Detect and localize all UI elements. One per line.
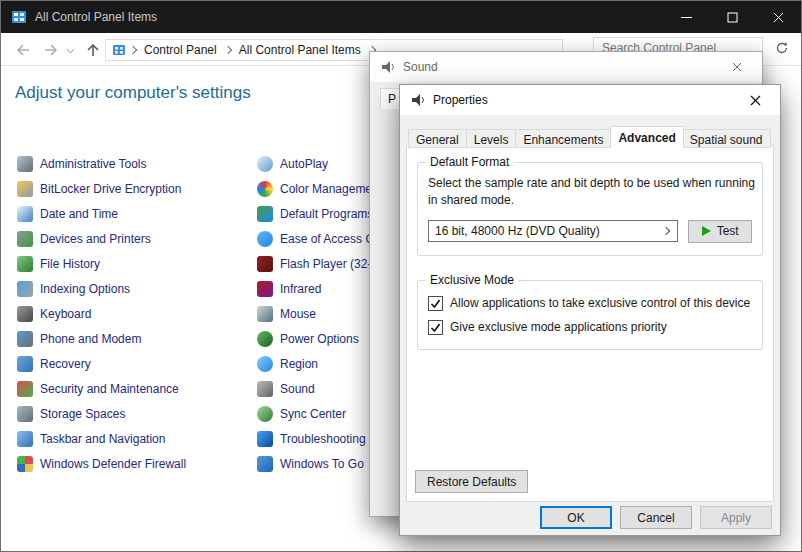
tab-spatial-sound[interactable]: Spatial sound — [683, 129, 771, 148]
up-icon — [85, 42, 101, 58]
list-item[interactable]: Security and Maintenance — [17, 376, 186, 401]
dialog-buttons: OK Cancel Apply — [540, 506, 772, 529]
close-button[interactable] — [722, 52, 752, 82]
windows-to-go-icon — [257, 456, 273, 472]
group-label: Default Format — [426, 155, 513, 169]
breadcrumb-control-panel[interactable]: Control Panel — [138, 43, 223, 57]
administrative-tools-icon — [17, 156, 33, 172]
close-button[interactable] — [755, 1, 801, 33]
chevron-down-icon — [66, 46, 75, 55]
close-button[interactable] — [740, 85, 770, 115]
ease-of-access-icon — [257, 231, 273, 247]
list-item[interactable]: Windows Defender Firewall — [17, 451, 186, 476]
sample-rate-dropdown[interactable]: 16 bit, 48000 Hz (DVD Quality) — [428, 220, 678, 242]
tab-general[interactable]: General — [408, 129, 467, 148]
minimize-icon — [681, 12, 692, 23]
defender-firewall-icon — [17, 456, 33, 472]
advanced-tab-page: Default Format Select the sample rate an… — [406, 145, 774, 502]
checkbox-checked-icon[interactable] — [428, 296, 443, 311]
dropdown-value: 16 bit, 48000 Hz (DVD Quality) — [435, 224, 600, 238]
dialog-title: Properties — [433, 93, 488, 107]
devices-printers-icon — [17, 231, 33, 247]
troubleshooting-icon — [257, 431, 273, 447]
tab-enhancements[interactable]: Enhancements — [516, 129, 611, 148]
list-item[interactable]: Taskbar and Navigation — [17, 426, 186, 451]
exclusive-control-checkbox[interactable]: Allow applications to take exclusive con… — [428, 296, 752, 311]
control-panel-window: All Control Panel Items Control Panel — [0, 0, 802, 552]
maximize-icon — [727, 12, 738, 23]
control-panel-icon — [11, 9, 27, 25]
dialog-title: Sound — [403, 60, 438, 74]
refresh-icon — [775, 41, 789, 55]
speaker-icon — [410, 92, 426, 108]
ok-button[interactable]: OK — [540, 506, 612, 529]
list-item[interactable]: Keyboard — [17, 301, 186, 326]
maximize-button[interactable] — [709, 1, 755, 33]
back-icon — [15, 42, 31, 58]
power-options-icon — [257, 331, 273, 347]
refresh-button[interactable] — [769, 37, 795, 59]
storage-spaces-icon — [17, 406, 33, 422]
breadcrumb-separator-icon — [223, 46, 231, 54]
phone-modem-icon — [17, 331, 33, 347]
list-item[interactable]: File History — [17, 251, 186, 276]
checkbox-checked-icon[interactable] — [428, 320, 443, 335]
exclusive-mode-group: Exclusive Mode Allow applications to tak… — [417, 280, 763, 350]
list-item[interactable]: Storage Spaces — [17, 401, 186, 426]
bitlocker-icon — [17, 181, 33, 197]
apply-button[interactable]: Apply — [700, 506, 772, 529]
group-label: Exclusive Mode — [426, 273, 518, 287]
play-icon — [702, 226, 711, 236]
control-panel-icon[interactable] — [112, 43, 126, 57]
autoplay-icon — [257, 156, 273, 172]
test-button[interactable]: Test — [688, 220, 752, 243]
minimize-button[interactable] — [663, 1, 709, 33]
flash-player-icon — [257, 256, 273, 272]
infrared-icon — [257, 281, 273, 297]
default-format-group: Default Format Select the sample rate an… — [417, 162, 763, 256]
titlebar: All Control Panel Items — [1, 1, 801, 33]
color-management-icon — [257, 181, 273, 197]
default-programs-icon — [257, 206, 273, 222]
sound-icon — [257, 381, 273, 397]
restore-defaults-button[interactable]: Restore Defaults — [415, 470, 528, 493]
keyboard-icon — [17, 306, 33, 322]
region-icon — [257, 356, 273, 372]
back-button[interactable] — [11, 39, 35, 61]
chevron-down-icon — [662, 227, 670, 235]
page-title: Adjust your computer's settings — [15, 83, 251, 103]
breadcrumb-separator-icon — [129, 46, 137, 54]
security-maintenance-icon — [17, 381, 33, 397]
tab-levels[interactable]: Levels — [467, 129, 517, 148]
cancel-button[interactable]: Cancel — [620, 506, 692, 529]
speaker-icon — [380, 59, 396, 75]
close-icon — [773, 12, 784, 23]
list-item[interactable]: Recovery — [17, 351, 186, 376]
properties-dialog: Properties General Levels Enhancements A… — [399, 84, 781, 536]
tab-strip: General Levels Enhancements Advanced Spa… — [408, 126, 771, 148]
date-time-icon — [17, 206, 33, 222]
window-title: All Control Panel Items — [35, 10, 157, 24]
indexing-options-icon — [17, 281, 33, 297]
tab-advanced[interactable]: Advanced — [610, 126, 683, 148]
file-history-icon — [17, 256, 33, 272]
list-item[interactable]: Phone and Modem — [17, 326, 186, 351]
list-item[interactable]: Indexing Options — [17, 276, 186, 301]
up-button[interactable] — [81, 39, 105, 61]
list-item[interactable]: Administrative Tools — [17, 151, 186, 176]
priority-checkbox[interactable]: Give exclusive mode applications priorit… — [428, 320, 752, 335]
list-item[interactable]: BitLocker Drive Encryption — [17, 176, 186, 201]
recent-locations-button[interactable] — [63, 39, 77, 61]
list-item[interactable]: Date and Time — [17, 201, 186, 226]
forward-button[interactable] — [39, 39, 63, 61]
control-panel-list-left: Administrative Tools BitLocker Drive Enc… — [17, 151, 186, 476]
list-item[interactable]: Devices and Printers — [17, 226, 186, 251]
forward-icon — [43, 42, 59, 58]
breadcrumb-all-items[interactable]: All Control Panel Items — [233, 43, 367, 57]
close-icon — [750, 95, 761, 106]
mouse-icon — [257, 306, 273, 322]
default-format-description: Select the sample rate and bit depth to … — [428, 175, 763, 209]
taskbar-navigation-icon — [17, 431, 33, 447]
recovery-icon — [17, 356, 33, 372]
close-icon — [732, 62, 742, 72]
